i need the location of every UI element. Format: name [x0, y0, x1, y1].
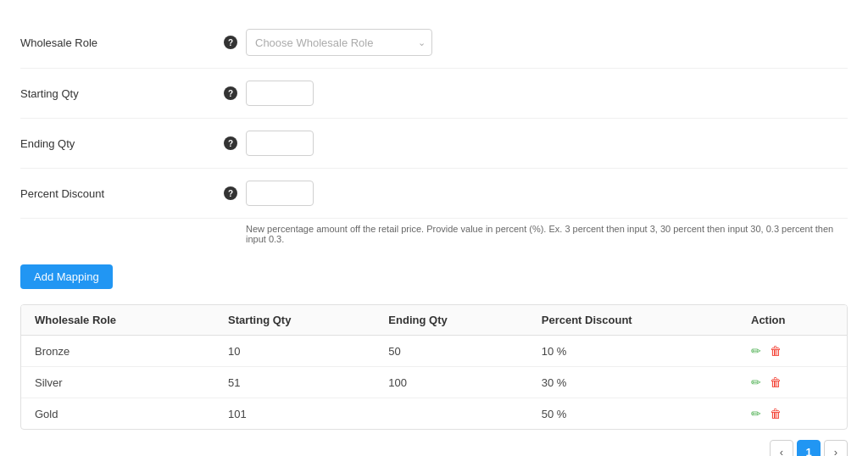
wholesale-role-label: Wholesale Role — [20, 36, 224, 49]
cell-role: Silver — [21, 367, 214, 398]
delete-icon[interactable]: 🗑 — [770, 375, 782, 389]
wholesale-role-row: Wholesale Role ? Choose Wholesale Role ⌄ — [20, 17, 848, 69]
pagination-prev[interactable]: ‹ — [770, 440, 793, 456]
mapping-table: Wholesale Role Starting Qty Ending Qty P… — [21, 305, 847, 429]
add-mapping-button[interactable]: Add Mapping — [20, 264, 113, 289]
pagination: ‹ 1 › — [20, 430, 848, 456]
cell-ending-qty: 100 — [375, 367, 527, 398]
cell-percent-discount: 30 % — [528, 367, 737, 398]
cell-ending-qty — [375, 398, 527, 430]
cell-starting-qty: 51 — [214, 367, 375, 398]
cell-action: ✏ 🗑 — [737, 336, 847, 367]
cell-percent-discount: 10 % — [528, 336, 737, 367]
table-body: Bronze 10 50 10 % ✏ 🗑 Silver 51 100 30 %… — [21, 336, 847, 430]
cell-ending-qty: 50 — [375, 336, 527, 367]
starting-qty-input[interactable] — [246, 81, 314, 106]
delete-icon[interactable]: 🗑 — [770, 344, 782, 358]
table-row: Bronze 10 50 10 % ✏ 🗑 — [21, 336, 847, 367]
col-starting-qty: Starting Qty — [214, 305, 375, 336]
percent-discount-hint: New percentage amount off the retail pri… — [20, 219, 848, 253]
percent-discount-help-icon[interactable]: ? — [224, 186, 237, 200]
wholesale-role-help-icon[interactable]: ? — [224, 36, 237, 49]
cell-action: ✏ 🗑 — [737, 367, 847, 398]
edit-icon[interactable]: ✏ — [751, 344, 761, 358]
col-action: Action — [737, 305, 847, 336]
form-section: Wholesale Role ? Choose Wholesale Role ⌄… — [20, 17, 848, 253]
ending-qty-help-icon[interactable]: ? — [224, 136, 237, 150]
table-row: Gold 101 50 % ✏ 🗑 — [21, 398, 847, 430]
pagination-page-1[interactable]: 1 — [797, 440, 821, 456]
starting-qty-control: ? — [224, 81, 848, 106]
wholesale-role-select-wrap: Choose Wholesale Role ⌄ — [246, 29, 432, 56]
ending-qty-row: Ending Qty ? — [20, 119, 848, 169]
edit-icon[interactable]: ✏ — [751, 375, 761, 389]
starting-qty-row: Starting Qty ? — [20, 69, 848, 119]
cell-role: Gold — [21, 398, 214, 430]
pagination-next[interactable]: › — [824, 440, 848, 456]
page-container: Wholesale Role ? Choose Wholesale Role ⌄… — [0, 0, 868, 456]
cell-role: Bronze — [21, 336, 214, 367]
table-row: Silver 51 100 30 % ✏ 🗑 — [21, 367, 847, 398]
wholesale-role-select[interactable]: Choose Wholesale Role — [246, 29, 432, 56]
ending-qty-input[interactable] — [246, 131, 314, 156]
ending-qty-label: Ending Qty — [20, 137, 224, 150]
percent-discount-row: Percent Discount ? — [20, 169, 848, 219]
edit-icon[interactable]: ✏ — [751, 407, 761, 420]
wholesale-role-control: ? Choose Wholesale Role ⌄ — [224, 29, 848, 56]
ending-qty-control: ? — [224, 131, 848, 156]
percent-discount-control: ? — [224, 181, 848, 206]
col-percent-discount: Percent Discount — [528, 305, 737, 336]
percent-discount-input[interactable] — [246, 181, 314, 206]
delete-icon[interactable]: 🗑 — [770, 407, 782, 420]
starting-qty-label: Starting Qty — [20, 87, 224, 100]
mapping-table-wrap: Wholesale Role Starting Qty Ending Qty P… — [20, 304, 848, 430]
cell-starting-qty: 101 — [214, 398, 375, 430]
col-wholesale-role: Wholesale Role — [21, 305, 214, 336]
table-header-row: Wholesale Role Starting Qty Ending Qty P… — [21, 305, 847, 336]
cell-percent-discount: 50 % — [528, 398, 737, 430]
cell-action: ✏ 🗑 — [737, 398, 847, 430]
starting-qty-help-icon[interactable]: ? — [224, 86, 237, 100]
percent-discount-label: Percent Discount — [20, 187, 224, 200]
col-ending-qty: Ending Qty — [375, 305, 527, 336]
cell-starting-qty: 10 — [214, 336, 375, 367]
